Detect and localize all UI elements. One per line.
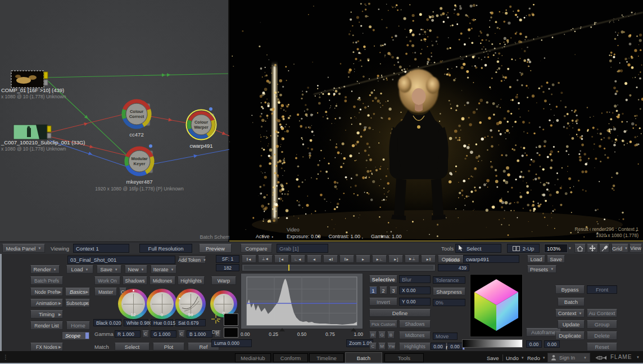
hue-field[interactable]: Hue 0.015 xyxy=(151,319,173,326)
master-button[interactable]: Master xyxy=(94,288,117,296)
modular-keyer-node[interactable]: Modular Keyer mkeyer487 1920 x 1080 @ 16… xyxy=(95,144,184,192)
batch-schematic-pane[interactable]: COMP_01 [16F >10] (439) x 1080 @ 10 (1.7… xyxy=(0,0,229,242)
node-prefs-button[interactable]: Node Prefs▶ xyxy=(30,288,63,296)
luma-field[interactable]: Luma 0.000 xyxy=(211,339,252,347)
node-name-field[interactable]: cwarp491 xyxy=(463,255,519,263)
shadows-range-button[interactable]: Shadows xyxy=(123,276,147,285)
transport-play-reverse-from-end-button[interactable]: ‖◄ xyxy=(242,255,256,263)
timeline-scrub-bar[interactable] xyxy=(242,264,436,271)
undo-button[interactable]: Undo▼ xyxy=(506,353,524,362)
transport-play-reverse-button[interactable]: ◄ xyxy=(307,255,322,263)
warp-button[interactable]: Warp xyxy=(211,276,236,285)
end-frame-field[interactable]: 439 xyxy=(438,264,469,271)
move-field[interactable]: Move xyxy=(433,333,458,340)
node-load-button[interactable]: Load xyxy=(527,255,545,263)
viewing-context-field[interactable]: Context 1 xyxy=(73,244,129,253)
current-frame-field[interactable]: 182 xyxy=(216,264,239,271)
transport-play-button[interactable]: ► xyxy=(356,255,370,263)
scope-toggle[interactable]: Scope xyxy=(62,331,90,340)
zoom-dropdown-icon[interactable]: ▼ xyxy=(568,247,572,250)
full-resolution-button[interactable]: Full Resolution xyxy=(139,244,192,253)
node-save-button[interactable]: Save xyxy=(547,255,565,263)
colour-correct-node[interactable]: Colour Correct cc472 xyxy=(124,101,151,138)
status-menu-icon[interactable]: ⋮ xyxy=(3,354,8,360)
selective-highlights-button[interactable]: Highlights xyxy=(399,343,431,351)
grayscale-ramp[interactable] xyxy=(462,339,523,348)
gamma-red-field[interactable]: R 1.000 xyxy=(115,330,141,338)
move-x-field[interactable]: 0.00 xyxy=(431,343,446,350)
selective-shadows-button[interactable]: Shadows xyxy=(399,320,431,328)
colour-cube[interactable] xyxy=(470,275,522,336)
zoom-level-field[interactable]: 103% xyxy=(544,244,568,253)
grid-button[interactable]: Grid▼ xyxy=(612,244,628,253)
shadows-color-wheel[interactable]: 12 xyxy=(118,289,148,319)
load-setup-button[interactable]: Load▼ xyxy=(66,265,93,274)
render-button[interactable]: Render▼ xyxy=(30,265,60,274)
home-button[interactable]: Home xyxy=(66,321,90,330)
subsetups-button[interactable]: Subsetups▶ xyxy=(65,299,90,307)
tab-tools[interactable]: Tools xyxy=(384,353,424,362)
highlights-range-button[interactable]: Highlights xyxy=(178,276,205,285)
selective-header-button[interactable]: Selective xyxy=(369,275,397,283)
warp-color-wheel[interactable]: 0 xyxy=(210,290,237,317)
pan-tool-button[interactable] xyxy=(587,244,598,253)
viewport-active-indicator[interactable]: Active▪ xyxy=(256,234,273,239)
selective-2-button[interactable]: 2 xyxy=(379,286,387,294)
pick-custom-button[interactable]: Pick Custom xyxy=(369,320,397,328)
work-on-button[interactable]: Work On xyxy=(94,276,120,285)
white-level-field[interactable]: White 0.980 xyxy=(124,319,148,326)
result-viewer[interactable]: Active▪ Video Exposure: 0.00 Contrast: 1… xyxy=(229,0,643,242)
update-button[interactable]: Update xyxy=(558,320,585,329)
fx-nodes-button[interactable]: FX Nodes▶ xyxy=(30,343,63,351)
colour-cube-panel[interactable] xyxy=(470,274,523,337)
transport-prev-cut-button[interactable]: [◄ xyxy=(274,255,289,263)
saturation-field[interactable]: Sat 0.679 xyxy=(175,319,206,326)
delete-button[interactable]: Delete xyxy=(587,331,617,340)
selective-x-field[interactable]: X 0.00 xyxy=(399,286,431,294)
cube-x-field[interactable]: 0.00 xyxy=(526,340,542,348)
transport-step-forward-button[interactable]: ‖► xyxy=(339,255,354,263)
tab-conform[interactable]: Conform xyxy=(273,353,308,362)
iterate-button[interactable]: Iterate▼ xyxy=(151,265,176,274)
bypass-button[interactable]: Bypass xyxy=(555,285,585,294)
midtones-color-wheel[interactable]: 0 xyxy=(147,289,177,319)
histogram-panel[interactable] xyxy=(241,273,363,329)
redo-button[interactable]: Redo▼ xyxy=(527,353,546,362)
move-y-field[interactable]: 0.00 xyxy=(447,343,463,350)
presets-button[interactable]: Presets▼ xyxy=(527,265,556,273)
two-up-button[interactable]: 2-Up xyxy=(507,244,540,253)
au-context-button[interactable]: Au Context xyxy=(587,309,617,317)
transport-play-to-mark-button[interactable]: ►∟ xyxy=(372,255,387,263)
percent-field[interactable]: 0% xyxy=(433,299,465,306)
gamma-green-copy-button[interactable]: C xyxy=(178,330,185,338)
add-token-button[interactable]: Add Token▼ xyxy=(179,256,206,263)
media-panel-button[interactable]: Media Panel▼ xyxy=(2,244,45,253)
clip-node-subclip[interactable]: _C007_100210_Subclip_001 (33G) x 1080 @ … xyxy=(1,125,85,152)
tolerance-header-field[interactable]: Tolerance xyxy=(433,276,465,284)
select-tool-field[interactable]: Select xyxy=(455,244,501,253)
tab-timeline[interactable]: Timeline xyxy=(309,353,344,362)
blur-field[interactable]: Blur xyxy=(399,275,431,283)
cube-y-field[interactable]: 0.00 xyxy=(544,340,560,348)
sign-in-button[interactable]: Sign In ▼ xyxy=(547,353,590,362)
match-plot-button[interactable]: Plot xyxy=(153,343,184,351)
basics-menu-button[interactable]: Basics▶ xyxy=(65,288,90,296)
home-view-button[interactable] xyxy=(574,244,586,253)
compare-button[interactable]: Compare xyxy=(241,244,272,253)
colour-warper-node[interactable]: Colour Warper cwarp491 xyxy=(187,107,216,149)
match-select-button[interactable]: Select xyxy=(115,343,150,351)
transport-next-keyframe-button[interactable]: ►⊥ xyxy=(405,255,419,263)
tab-batch[interactable]: Batch xyxy=(345,352,382,363)
transport-play-to-end-button[interactable]: ►‖ xyxy=(421,255,436,263)
selective-m-button[interactable]: M xyxy=(378,343,386,350)
tab-mediahub[interactable]: MediaHub xyxy=(235,353,271,362)
selective-y-field[interactable]: Y 0.00 xyxy=(399,298,431,306)
black-level-field[interactable]: Black 0.020 xyxy=(93,319,121,326)
timing-button[interactable]: Timing▶ xyxy=(30,310,63,319)
schematic-canvas[interactable]: COMP_01 [16F >10] (439) x 1080 @ 10 (1.7… xyxy=(0,0,229,242)
selective-g-button[interactable]: G xyxy=(378,331,386,339)
sample-crosshair-icon[interactable] xyxy=(211,315,220,324)
save-action-button[interactable]: Save xyxy=(487,353,499,362)
reset-button[interactable]: Reset xyxy=(587,343,617,351)
save-setup-button[interactable]: Save▼ xyxy=(97,265,121,274)
